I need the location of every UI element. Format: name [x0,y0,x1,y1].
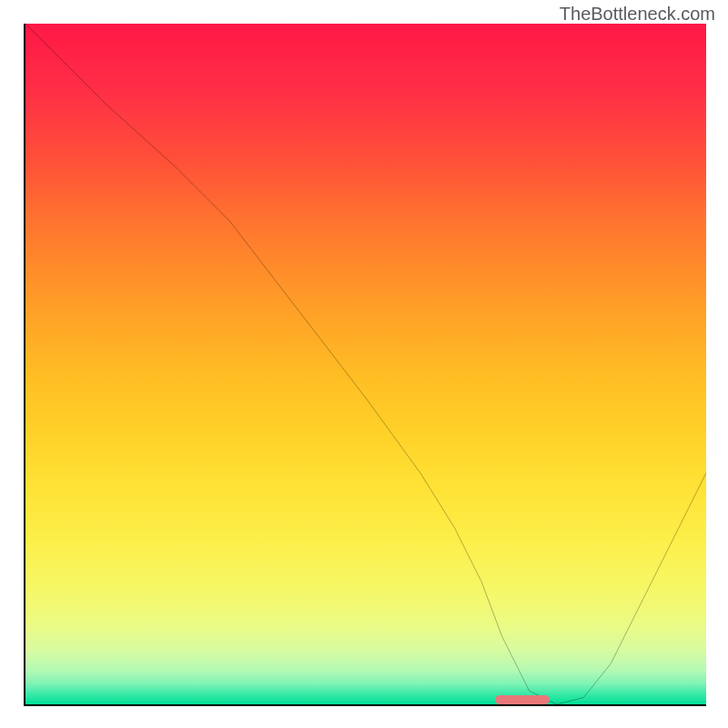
plot-area [24,24,706,706]
valley-marker [495,695,550,704]
watermark-text: TheBottleneck.com [560,4,715,25]
chart-curve [25,24,706,704]
curve-path [25,24,706,704]
